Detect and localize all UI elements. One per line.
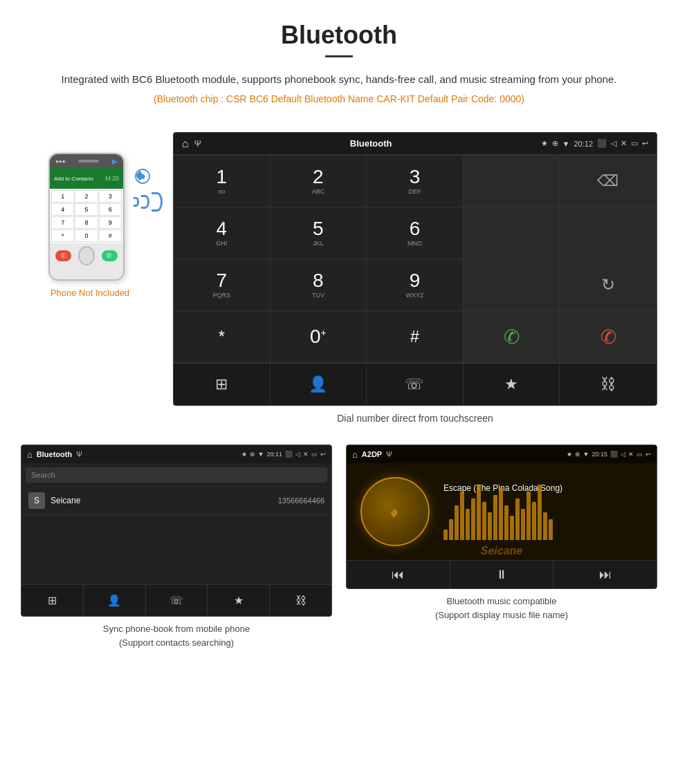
dial-key-star[interactable]: * [174, 311, 271, 363]
eq-bar [532, 502, 536, 540]
music-play-btn[interactable]: ⏸ [450, 561, 554, 588]
phone-key-2: 2 [75, 190, 98, 203]
pb-loc-icon: ⊕ [250, 451, 255, 458]
back-icon[interactable]: ↩ [642, 139, 648, 148]
dial-key-4[interactable]: 4 GHI [174, 207, 271, 259]
pb-bt-icon: ★ [241, 451, 247, 458]
phonebook-caption: Sync phone-book from mobile phone (Suppo… [21, 622, 332, 649]
dial-caption: Dial number direct from touchscreen [173, 413, 657, 424]
eq-bar [515, 498, 520, 540]
pb-title: Bluetooth [37, 450, 72, 458]
music-sig-icon: ▼ [583, 451, 589, 458]
pb-avatar: S [28, 492, 45, 509]
toolbar-bluetooth-btn[interactable]: ★ [464, 364, 560, 405]
music-win-icon: ▭ [636, 451, 643, 458]
eq-bar [443, 530, 448, 540]
toolbar-contacts-btn[interactable]: 👤 [271, 364, 367, 405]
home-icon[interactable]: ⌂ [182, 138, 189, 150]
toolbar-dialpad-btn[interactable]: ⊞ [174, 364, 271, 405]
pb-status-left: ⌂ Bluetooth Ψ [27, 449, 82, 460]
dial-empty-3 [560, 207, 657, 259]
phonebook-status-bar: ⌂ Bluetooth Ψ ★ ⊕ ▼ 20:11 ⬛ ◁ ✕ ▭ ↩ [21, 445, 331, 463]
main-content: ⦿ ⬧ ●●● ▶ Add to Contacts M:20 [0, 125, 678, 445]
pb-close-icon: ✕ [303, 451, 309, 458]
pb-tb-link[interactable]: ⛓ [270, 585, 331, 616]
music-status-right: ★ ⊕ ▼ 20:15 ⬛ ◁ ✕ ▭ ↩ [567, 451, 651, 458]
eq-bar [488, 512, 492, 540]
eq-bar [460, 492, 464, 540]
bottom-screenshots: ⌂ Bluetooth Ψ ★ ⊕ ▼ 20:11 ⬛ ◁ ✕ ▭ ↩ [0, 445, 678, 663]
signal-wave-3 [152, 192, 163, 212]
screen-title: Bluetooth [350, 138, 392, 149]
pb-cam-icon: ⬛ [285, 451, 293, 458]
phonebook-screen: ⌂ Bluetooth Ψ ★ ⊕ ▼ 20:11 ⬛ ◁ ✕ ▭ ↩ [21, 445, 332, 617]
toolbar-call-log-btn[interactable]: ☏ [367, 364, 464, 405]
dial-key-2[interactable]: 2 ABC [271, 156, 367, 207]
status-left: ⌂ Ψ [182, 138, 201, 150]
dial-call-cell[interactable]: ✆ [464, 311, 560, 363]
eq-bar [543, 512, 547, 540]
music-loc-icon: ⊕ [575, 451, 580, 458]
dial-key-7[interactable]: 7 PQRS [174, 259, 271, 311]
eq-bar [471, 498, 475, 540]
pb-tb-contacts[interactable]: 👤 [84, 585, 146, 616]
phone-illustration: ⦿ ⬧ ●●● ▶ Add to Contacts M:20 [48, 153, 131, 281]
dial-key-hash[interactable]: # [367, 311, 464, 363]
pb-home-icon[interactable]: ⌂ [27, 449, 33, 460]
music-close-icon: ✕ [628, 451, 634, 458]
music-caption: Bluetooth music compatible (Support disp… [346, 595, 657, 622]
dial-key-6[interactable]: 6 MNO [367, 207, 464, 259]
dial-key-5[interactable]: 5 JKL [271, 207, 367, 259]
phone-speaker [78, 160, 99, 162]
pb-status-right: ★ ⊕ ▼ 20:11 ⬛ ◁ ✕ ▭ ↩ [241, 451, 326, 458]
phonebook-caption-line2: (Support contacts searching) [119, 637, 234, 648]
music-vol-icon: ◁ [621, 451, 625, 458]
eq-bar [466, 509, 470, 540]
eq-bar [521, 509, 525, 540]
eq-bar [504, 505, 508, 540]
toolbar-link-btn[interactable]: ⛓ [560, 364, 657, 405]
dial-key-9[interactable]: 9 WXYZ [367, 259, 464, 311]
pb-contact-row[interactable]: S Seicane 13566664466 [21, 487, 331, 515]
music-next-btn[interactable]: ⏭ [553, 561, 657, 588]
phone-bottom: ✆ ✆ [50, 243, 123, 268]
music-info: Escape (The Pina Colada Song) [443, 483, 643, 540]
dial-refresh-cell[interactable]: ↻ [560, 259, 657, 311]
screen-container: ⌂ Ψ Bluetooth ★ ⊕ ▼ 20:12 ⬛ ◁ ✕ ▭ ↩ [173, 132, 657, 406]
pb-tb-dialpad[interactable]: ⊞ [21, 585, 84, 616]
pb-vol-icon: ◁ [295, 451, 300, 458]
time-display: 20:12 [574, 140, 593, 148]
phone-key-4: 4 [51, 203, 74, 216]
music-prev-btn[interactable]: ⏮ [347, 561, 450, 588]
phonebook-screenshot-item: ⌂ Bluetooth Ψ ★ ⊕ ▼ 20:11 ⬛ ◁ ✕ ▭ ↩ [21, 445, 332, 649]
dial-empty-4 [464, 259, 560, 311]
music-cam-icon: ⬛ [610, 451, 618, 458]
phone-screen-text: Add to Contacts [54, 176, 93, 182]
window-icon: ▭ [631, 139, 638, 148]
phonebook-caption-line1: Sync phone-book from mobile phone [103, 624, 250, 634]
eq-bar [449, 519, 453, 540]
page-description: Integrated with BC6 Bluetooth module, su… [42, 71, 636, 88]
pb-tb-calls[interactable]: ☏ [146, 585, 208, 616]
dial-key-8[interactable]: 8 TUV [271, 259, 367, 311]
pb-empty-space [21, 515, 331, 584]
dial-key-0[interactable]: 0+ [271, 311, 367, 363]
pb-back-icon[interactable]: ↩ [320, 451, 326, 458]
music-back-icon[interactable]: ↩ [645, 451, 651, 458]
pb-contact-name: Seicane [51, 496, 278, 505]
eq-bars [443, 498, 643, 540]
music-song-title: Escape (The Pina Colada Song) [443, 483, 643, 493]
eq-bar [526, 492, 531, 540]
music-home-icon[interactable]: ⌂ [352, 449, 358, 460]
dial-end-cell[interactable]: ✆ [560, 311, 657, 363]
dial-key-1[interactable]: 1 oo [174, 156, 271, 207]
page-header: Bluetooth Integrated with BC6 Bluetooth … [0, 0, 678, 125]
phone-key-5: 5 [75, 203, 98, 216]
pb-tb-bt[interactable]: ★ [208, 585, 270, 616]
dial-key-3[interactable]: 3 DEF [367, 156, 464, 207]
phone-not-included-label: Phone Not Included [51, 288, 129, 298]
pb-search-bar[interactable]: Search [26, 467, 327, 483]
phone-key-9: 9 [99, 216, 122, 229]
phone-key-8: 8 [75, 216, 98, 229]
dial-backspace-cell[interactable]: ⌫ [560, 156, 657, 207]
